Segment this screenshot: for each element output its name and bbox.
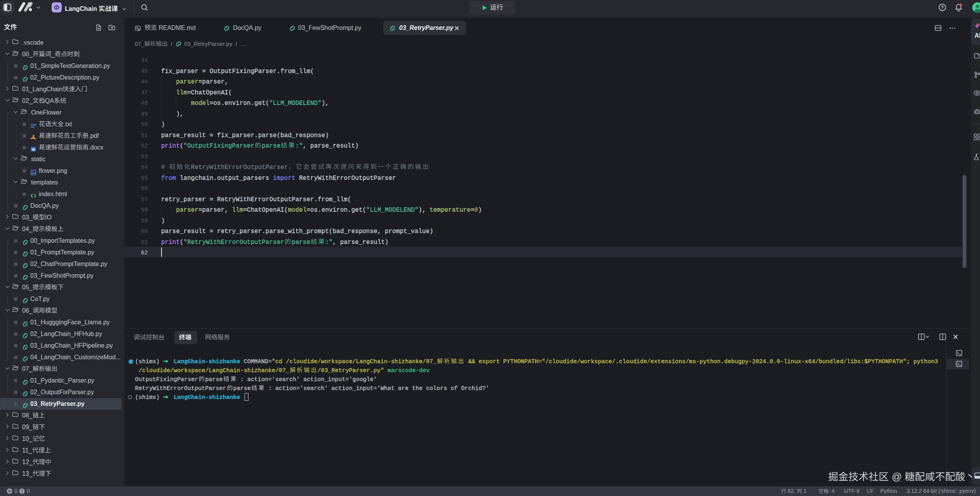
svg-text:?: ?: [941, 5, 944, 10]
svg-text:W: W: [32, 148, 35, 151]
